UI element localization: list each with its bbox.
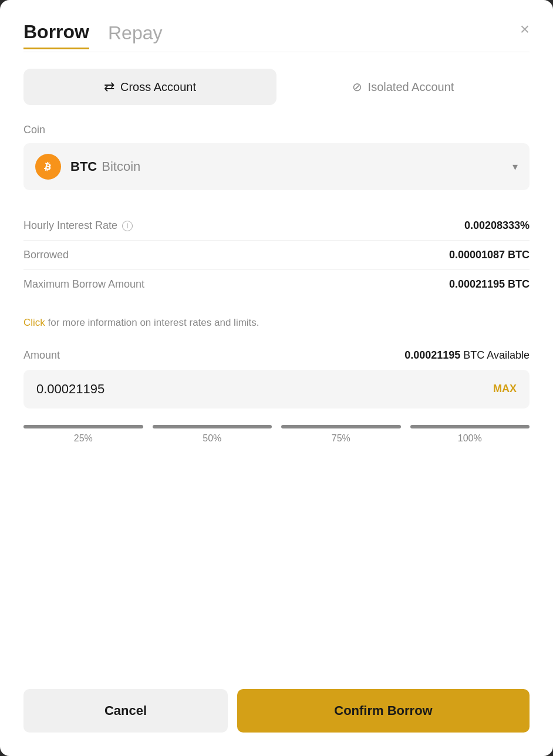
pct-label: 50% — [203, 433, 221, 444]
click-info-text: Click for more information on interest r… — [23, 315, 530, 330]
pct-item[interactable]: 100% — [410, 425, 530, 444]
cross-account-icon: ⇄ — [104, 79, 114, 95]
pct-label: 25% — [74, 433, 93, 444]
amount-input-container: 0.00021195 MAX — [23, 370, 530, 409]
amount-available-suffix: BTC Available — [463, 349, 530, 361]
borrow-modal: Borrow Repay × ⇄ Cross Account ⊘ Isolate… — [0, 0, 553, 756]
pct-label: 75% — [332, 433, 350, 444]
click-link[interactable]: Click — [23, 317, 45, 328]
pct-bar — [281, 425, 401, 428]
pct-label: 100% — [458, 433, 482, 444]
cross-account-button[interactable]: ⇄ Cross Account — [23, 69, 276, 105]
max-borrow-row: Maximum Borrow Amount 0.00021195 BTC — [23, 270, 530, 299]
modal-header: Borrow Repay — [23, 21, 530, 49]
chevron-down-icon: ▾ — [512, 160, 518, 173]
hourly-interest-label: Hourly Interest Rate i — [23, 220, 133, 232]
pct-item[interactable]: 25% — [23, 425, 143, 444]
account-toggle: ⇄ Cross Account ⊘ Isolated Account — [23, 69, 530, 105]
cross-account-label: Cross Account — [120, 80, 196, 94]
pct-item[interactable]: 75% — [281, 425, 401, 444]
pct-bar — [153, 425, 272, 428]
amount-available-value: 0.00021195 — [404, 349, 460, 361]
coin-selector[interactable]: BTC Bitcoin ▾ — [23, 143, 530, 190]
pct-bar — [410, 425, 530, 428]
amount-input-value[interactable]: 0.00021195 — [36, 382, 104, 397]
amount-header: Amount 0.00021195 BTC Available — [23, 349, 530, 362]
confirm-borrow-button[interactable]: Confirm Borrow — [237, 689, 530, 733]
coin-symbol: BTC — [70, 159, 97, 174]
cancel-button[interactable]: Cancel — [23, 689, 228, 733]
borrowed-row: Borrowed 0.00001087 BTC — [23, 241, 530, 270]
header-divider — [23, 52, 530, 52]
footer-buttons: Cancel Confirm Borrow — [23, 689, 530, 733]
max-borrow-value: 0.00021195 BTC — [449, 278, 530, 291]
tab-repay[interactable]: Repay — [108, 22, 163, 49]
hourly-interest-value: 0.00208333% — [464, 220, 530, 232]
amount-available: 0.00021195 BTC Available — [404, 349, 530, 362]
tab-borrow[interactable]: Borrow — [23, 21, 89, 49]
borrowed-label: Borrowed — [23, 249, 69, 261]
info-icon[interactable]: i — [122, 221, 133, 231]
close-button[interactable]: × — [520, 21, 530, 38]
isolated-account-button[interactable]: ⊘ Isolated Account — [276, 69, 530, 105]
info-section: Hourly Interest Rate i 0.00208333% Borro… — [23, 211, 530, 299]
hourly-interest-row: Hourly Interest Rate i 0.00208333% — [23, 211, 530, 241]
borrowed-value: 0.00001087 BTC — [449, 249, 530, 261]
max-button[interactable]: MAX — [493, 383, 517, 395]
max-borrow-label: Maximum Borrow Amount — [23, 278, 144, 291]
coin-section-label: Coin — [23, 124, 530, 136]
isolated-account-label: Isolated Account — [368, 80, 454, 94]
percentage-row: 25% 50% 75% 100% — [23, 425, 530, 444]
isolated-account-icon: ⊘ — [352, 80, 362, 94]
amount-label: Amount — [23, 349, 60, 362]
pct-item[interactable]: 50% — [153, 425, 272, 444]
pct-bar — [23, 425, 143, 428]
coin-name: Bitcoin — [102, 159, 140, 174]
btc-icon — [35, 154, 61, 180]
